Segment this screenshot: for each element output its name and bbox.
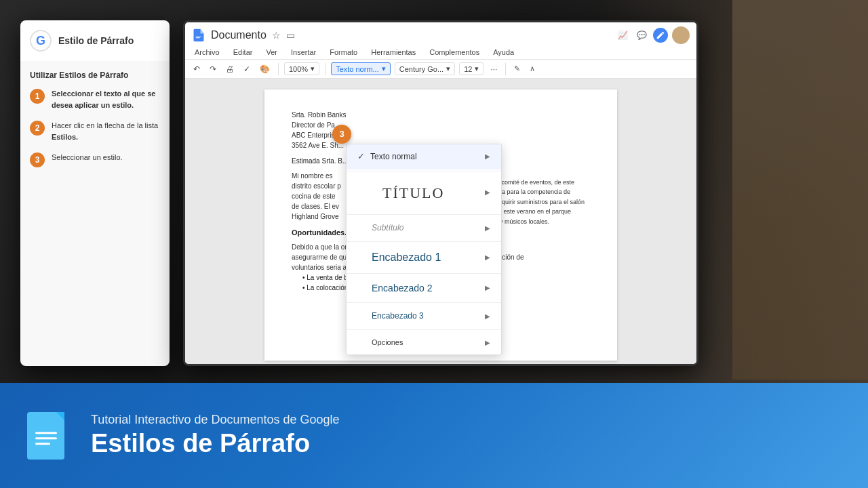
spellcheck-btn[interactable]: ✓: [241, 63, 253, 75]
separator-1: [278, 63, 279, 75]
menu-insertar[interactable]: Insertar: [288, 47, 319, 58]
bottom-text-section: Tutorial Interactivo de Documentos de Go…: [91, 413, 340, 458]
divider-6: [347, 329, 501, 330]
divider-5: [347, 302, 501, 303]
font-select[interactable]: Century Go... ▾: [395, 62, 455, 75]
dropdown-label-h2: Encabezado 2: [372, 281, 433, 296]
divider-3: [347, 241, 501, 242]
title-row: Documento ☆ ▭ 📈 💬: [192, 26, 690, 44]
zoom-select[interactable]: 100% ▾: [284, 62, 319, 75]
step-number-2: 2: [30, 121, 45, 136]
dropdown-item-h2[interactable]: Encabezado 2 ▶: [347, 275, 501, 301]
dropdown-item-h1[interactable]: Encabezado 1 ▶: [347, 243, 501, 272]
right-line-4: bo este verano en el parque: [495, 207, 597, 216]
step-badge-3: 3: [332, 125, 351, 144]
menu-herramientas[interactable]: Herramientas: [368, 47, 418, 58]
document-title[interactable]: Documento: [211, 29, 267, 41]
sidebar-step-3: 3 Seleccionar un estilo.: [30, 152, 160, 167]
menu-editar[interactable]: Editar: [231, 47, 256, 58]
monitor: Documento ☆ ▭ 📈 💬: [183, 20, 698, 366]
redo-btn[interactable]: ↷: [207, 63, 219, 75]
style-chevron-icon: ▾: [382, 64, 386, 73]
star-icon[interactable]: ☆: [272, 30, 281, 41]
right-line-1: el comité de eventos, de este: [495, 178, 597, 187]
dropdown-label-h1: Encabezado 1: [372, 249, 441, 266]
dropdown-item-subtitulo[interactable]: Subtítulo ▶: [347, 216, 501, 240]
gdocs-screen: Documento ☆ ▭ 📈 💬: [185, 22, 696, 364]
check-icon: ✓: [357, 150, 365, 164]
dropdown-label-texto-normal: Texto normal: [370, 150, 417, 163]
line-1: [35, 432, 57, 434]
gdocs-icon-page: [27, 412, 64, 460]
user-avatar[interactable]: [672, 26, 690, 44]
bottom-overlay: Tutorial Interactivo de Documentos de Go…: [0, 383, 868, 488]
sidebar-content: Utilizar Estilos de Párrafo 1 Selecciona…: [20, 61, 170, 366]
bottom-subtitle: Tutorial Interactivo de Documentos de Go…: [91, 413, 340, 427]
separator-2: [325, 63, 326, 75]
divider-4: [347, 273, 501, 274]
document-area: Srta. Robin Banks Director de Pa... ABC …: [185, 79, 696, 364]
top-right-controls: 📈 💬: [615, 26, 690, 44]
arrow-icon-subtitulo: ▶: [485, 223, 490, 234]
sidebar-step-1: 1 Seleccionar el texto al que se desea a…: [30, 88, 160, 110]
comment-icon-btn[interactable]: 💬: [634, 28, 649, 43]
dropdown-item-opciones[interactable]: Opciones ▶: [347, 331, 501, 354]
menu-row: Archivo Editar Ver Insertar Formato Herr…: [192, 45, 690, 59]
zoom-chevron-icon: ▾: [311, 64, 315, 73]
sidebar-panel: G Estilo de Párrafo Utilizar Estilos de …: [20, 20, 170, 366]
menu-archivo[interactable]: Archivo: [192, 47, 222, 58]
step-number-3: 3: [30, 152, 45, 167]
divider-1: [347, 171, 501, 171]
line-3: [35, 443, 50, 445]
menu-ayuda[interactable]: Ayuda: [490, 47, 517, 58]
right-line-2: aria para la competencia de: [495, 187, 597, 197]
step-text-2: Hacer clic en la flecha de la lista Esti…: [52, 120, 160, 142]
menu-formato[interactable]: Formato: [327, 47, 360, 58]
sidebar-step-2: 2 Hacer clic en la flecha de la lista Es…: [30, 120, 160, 142]
dropdown-label-subtitulo: Subtítulo: [372, 222, 403, 235]
bottom-gdocs-icon: [27, 407, 75, 464]
separator-3: [505, 63, 506, 75]
bottom-title: Estilos de Párrafo: [91, 430, 340, 458]
sidebar-section-title: Utilizar Estilos de Párrafo: [30, 70, 160, 80]
size-select[interactable]: 12 ▾: [459, 62, 484, 75]
right-line-3: adquirir suministros para el salón: [495, 197, 597, 207]
font-chevron-icon: ▾: [446, 64, 450, 73]
dropdown-item-titulo[interactable]: TÍTULO ▶: [347, 173, 501, 213]
sidebar-title: Estilo de Párrafo: [58, 35, 134, 46]
pen-btn[interactable]: ✎: [511, 63, 523, 75]
right-line-5: s y músicos locales.: [495, 217, 597, 226]
edit-icon-btn[interactable]: [653, 28, 668, 43]
analytics-icon-btn[interactable]: 📈: [615, 28, 630, 43]
collapse-btn[interactable]: ∧: [527, 63, 538, 75]
dropdown-label-h3: Encabezado 3: [372, 310, 424, 323]
edit-icon: [656, 30, 665, 40]
paragraph-style-select[interactable]: Texto norm... ▾: [331, 62, 391, 75]
gdocs-icon-lines: [35, 432, 57, 445]
dropdown-item-texto-normal[interactable]: ✓ Texto normal ▶: [347, 144, 501, 169]
folder-icon[interactable]: ▭: [286, 30, 295, 41]
arrow-icon-opciones: ▶: [485, 338, 490, 348]
size-chevron-icon: ▾: [475, 64, 479, 73]
arrow-icon-h3: ▶: [485, 311, 490, 322]
dropdown-item-h3[interactable]: Encabezado 3 ▶: [347, 304, 501, 328]
menu-complementos[interactable]: Complementos: [427, 47, 482, 58]
more-options-btn[interactable]: ···: [488, 63, 500, 75]
arrow-icon-h2: ▶: [485, 283, 490, 293]
arrow-icon-titulo: ▶: [485, 187, 490, 198]
menu-ver[interactable]: Ver: [263, 47, 280, 58]
step-text-1: Seleccionar el texto al que se desea apl…: [52, 88, 160, 110]
step-number-1: 1: [30, 89, 45, 104]
line-2: [35, 437, 57, 439]
arrow-icon-h1: ▶: [485, 252, 490, 263]
print-btn[interactable]: 🖨: [223, 63, 237, 75]
right-section: el comité de eventos, de este aria para …: [495, 178, 597, 226]
bottom-content: Tutorial Interactivo de Documentos de Go…: [0, 407, 868, 464]
paintformat-btn[interactable]: 🎨: [257, 63, 273, 75]
undo-btn[interactable]: ↶: [191, 63, 203, 75]
dropdown-label-titulo: TÍTULO: [372, 178, 455, 207]
gdocs-topbar: Documento ☆ ▭ 📈 💬: [185, 22, 696, 60]
sidebar-header: G Estilo de Párrafo: [20, 20, 170, 61]
icon-bar: 📈 💬: [615, 28, 668, 43]
step-text-3: Seleccionar un estilo.: [52, 152, 123, 163]
